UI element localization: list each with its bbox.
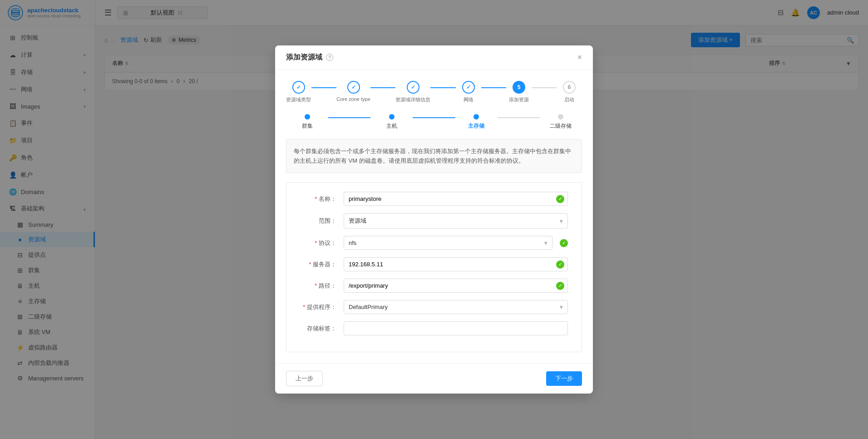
modal-title: 添加资源域 ?: [286, 53, 333, 62]
step-line-4: [481, 87, 507, 88]
server-input-wrap: ✓: [344, 257, 568, 271]
protocol-select[interactable]: nfs ▾: [344, 236, 552, 250]
tags-label: 存储标签：: [300, 324, 336, 333]
step-check-icon: ✓: [466, 84, 471, 90]
form-row-scope: 范围： 资源域 ▾: [300, 213, 568, 229]
sub-step-dot-host: [389, 114, 395, 120]
step-line-5: [532, 87, 557, 88]
modal-body: ✓ 资源域类型 ✓ Core zone type ✓: [275, 70, 593, 364]
step-label-5: 添加资源: [509, 96, 529, 103]
server-check-icon: ✓: [556, 260, 564, 269]
scope-label: 范围：: [300, 217, 336, 225]
sub-stepper: 群集 主机 主存储 二级存储: [286, 114, 582, 130]
info-box: 每个群集必须包含一个或多个主存储服务器，现在我们将添加第一个主存储服务器。主存储…: [286, 139, 582, 174]
step-line-2: [370, 87, 396, 88]
add-zone-modal: 添加资源域 ? × ✓ 资源域类型 ✓: [275, 45, 593, 394]
step-label-1: 资源域类型: [286, 96, 311, 103]
provider-value: DefaultPrimary: [349, 304, 388, 310]
chevron-down-icon: ▾: [560, 304, 563, 310]
step-check-icon: ✓: [296, 84, 301, 90]
sub-step-primary-storage: 主存储: [455, 114, 498, 130]
server-label: 服务器：: [300, 260, 336, 269]
form-row-provider: 提供程序： DefaultPrimary ▾: [300, 300, 568, 314]
next-button[interactable]: 下一步: [546, 371, 582, 386]
step-label-3: 资源域详细信息: [395, 96, 430, 103]
provider-label: 提供程序：: [300, 303, 336, 311]
form-row-server: 服务器： ✓: [300, 257, 568, 271]
sub-line-1: [328, 117, 370, 118]
form-row-protocol: 协议： nfs ▾ ✓: [300, 236, 568, 250]
tags-input[interactable]: [344, 321, 568, 335]
path-input-wrap: ✓: [344, 279, 568, 293]
sub-step-label-secondary: 二级存储: [550, 122, 572, 130]
sub-step-label-cluster: 群集: [302, 122, 313, 130]
sub-step-cluster: 群集: [286, 114, 328, 130]
sub-step-host: 主机: [370, 114, 413, 130]
form-row-name: 名称： ✓: [300, 192, 568, 206]
step-circle-2: ✓: [347, 81, 360, 94]
protocol-check-icon: ✓: [560, 239, 568, 247]
modal-close-button[interactable]: ×: [577, 53, 582, 62]
name-input-wrap: ✓: [344, 192, 568, 206]
chevron-down-icon: ▾: [560, 218, 563, 224]
sub-line-2: [413, 117, 455, 118]
name-check-icon: ✓: [556, 195, 564, 203]
step-circle-3: ✓: [407, 81, 419, 94]
step-circle-4: ✓: [462, 81, 475, 94]
step-label-2: Core zone type: [336, 96, 370, 102]
step-check-icon: ✓: [411, 84, 415, 90]
sub-step-dot-cluster: [305, 114, 310, 120]
step-zone-detail: ✓ 资源域详细信息: [395, 81, 430, 103]
sub-step-secondary-storage: 二级存储: [540, 114, 582, 130]
step-core-zone-type: ✓ Core zone type: [336, 81, 370, 102]
sub-line-3: [498, 117, 540, 118]
sub-step-dot-secondary: [558, 114, 563, 120]
provider-select[interactable]: DefaultPrimary ▾: [344, 300, 568, 314]
modal-footer: 上一步 下一步: [275, 363, 593, 394]
step-check-icon: ✓: [351, 84, 356, 90]
main-stepper: ✓ 资源域类型 ✓ Core zone type ✓: [286, 81, 582, 103]
step-add-resource: 5 添加资源: [506, 81, 532, 103]
server-input[interactable]: [344, 257, 568, 271]
scope-select[interactable]: 资源域 ▾: [344, 213, 568, 229]
back-button[interactable]: 上一步: [286, 371, 323, 386]
protocol-label: 协议：: [300, 239, 336, 247]
scope-value: 资源域: [349, 217, 366, 225]
modal-header: 添加资源域 ? ×: [275, 45, 593, 70]
form-section: 名称： ✓ 范围： 资源域 ▾ 协议：: [286, 182, 582, 352]
protocol-value: nfs: [349, 239, 356, 246]
path-label: 路径：: [300, 282, 336, 290]
step-network: ✓ 网络: [456, 81, 481, 103]
help-icon[interactable]: ?: [326, 54, 333, 61]
step-launch: 6 启动: [557, 81, 582, 103]
step-line-1: [311, 87, 337, 88]
step-zone-type: ✓ 资源域类型: [286, 81, 311, 103]
form-row-tags: 存储标签：: [300, 321, 568, 335]
step-label-6: 启动: [564, 96, 574, 103]
chevron-down-icon: ▾: [544, 239, 547, 246]
name-input[interactable]: [344, 192, 568, 206]
form-row-path: 路径： ✓: [300, 279, 568, 293]
tags-input-wrap: [344, 321, 568, 335]
path-input[interactable]: [344, 279, 568, 293]
sub-step-label-host: 主机: [386, 122, 397, 130]
step-line-3: [430, 87, 456, 88]
step-label-4: 网络: [464, 96, 473, 103]
modal-overlay: 添加资源域 ? × ✓ 资源域类型 ✓: [0, 0, 868, 439]
step-circle-1: ✓: [292, 81, 305, 94]
path-check-icon: ✓: [556, 282, 564, 290]
step-circle-5: 5: [513, 81, 525, 94]
sub-step-label-primary: 主存储: [468, 122, 484, 130]
sub-step-dot-primary: [473, 114, 479, 120]
name-label: 名称：: [300, 195, 336, 203]
step-circle-6: 6: [563, 81, 576, 94]
